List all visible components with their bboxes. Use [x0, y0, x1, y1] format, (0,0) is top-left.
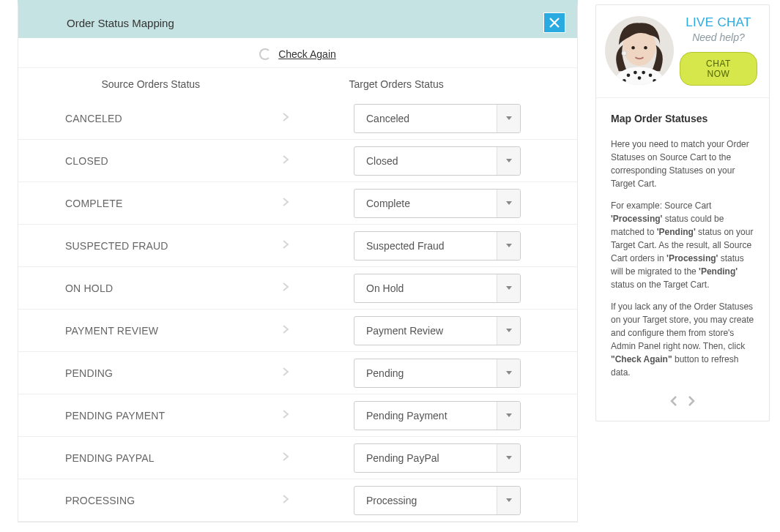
chevron-right-icon [282, 154, 289, 168]
target-column-header: Target Orders Status [298, 78, 578, 90]
chevron-right-icon [687, 395, 696, 407]
mapping-row: PENDING PAYMENTPending Payment [18, 394, 577, 437]
close-icon [548, 16, 561, 29]
target-status-cell: Processing [307, 486, 577, 515]
target-status-select[interactable]: Pending PayPal [354, 443, 521, 473]
mapping-row: SUSPECTED FRAUDSuspected Fraud [18, 225, 577, 267]
svg-point-5 [631, 46, 635, 50]
source-status-label: PENDING PAYMENT [65, 410, 165, 422]
caret-down-icon [497, 359, 520, 387]
panel-title: Order Status Mapping [67, 17, 174, 29]
source-column-header: Source Orders Status [18, 78, 298, 90]
mapping-row: COMPLETEComplete [18, 182, 577, 225]
target-status-cell: Payment Review [307, 316, 577, 345]
source-status-label: PROCESSING [65, 495, 135, 506]
target-status-select[interactable]: Payment Review [354, 316, 521, 345]
caret-down-icon [497, 105, 520, 132]
help-title: Map Order Statuses [611, 113, 754, 124]
source-status-label: CANCELED [65, 113, 122, 124]
help-nav [596, 395, 769, 421]
target-status-value: Pending PayPal [366, 452, 439, 464]
chevron-right-icon [282, 239, 289, 252]
caret-down-icon [497, 147, 520, 175]
target-status-select[interactable]: Pending Payment [354, 401, 521, 430]
target-status-select[interactable]: Closed [354, 146, 521, 176]
mapping-row: PROCESSINGProcessing [18, 479, 577, 522]
chat-now-button[interactable]: CHAT NOW [680, 52, 757, 86]
source-status-cell: SUSPECTED FRAUD [65, 239, 307, 252]
target-status-select[interactable]: Suspected Fraud [354, 231, 521, 261]
caret-down-icon [497, 274, 520, 302]
avatar [605, 16, 674, 85]
chevron-right-icon [282, 452, 289, 465]
caret-down-icon [497, 402, 520, 430]
source-status-label: PAYMENT REVIEW [65, 325, 158, 337]
source-status-label: CLOSED [65, 155, 108, 167]
chevron-right-icon [282, 409, 289, 422]
mapping-row: ON HOLDOn Hold [18, 267, 577, 310]
target-status-value: Canceled [366, 113, 409, 124]
target-status-cell: Pending [307, 359, 577, 388]
chat-header: LIVE CHAT Need help? CHAT NOW [596, 5, 769, 98]
source-status-cell: PAYMENT REVIEW [65, 324, 307, 337]
mapping-row: PENDING PAYPALPending PayPal [18, 437, 577, 479]
chevron-right-icon [282, 324, 289, 337]
help-body: Map Order Statuses Here you need to matc… [596, 98, 769, 395]
spinner-icon [259, 48, 271, 60]
target-status-cell: Pending Payment [307, 401, 577, 430]
source-status-cell: CANCELED [65, 112, 307, 125]
check-again-row: Check Again [18, 38, 577, 68]
svg-point-10 [649, 73, 653, 77]
help-paragraph-2: For example: Source Cart 'Processing' st… [611, 199, 754, 291]
chevron-right-icon [282, 282, 289, 295]
columns-header: Source Orders Status Target Orders Statu… [18, 68, 577, 97]
chevron-right-icon [282, 494, 289, 507]
source-status-label: ON HOLD [65, 282, 113, 294]
svg-point-7 [627, 73, 631, 77]
help-paragraph-1: Here you need to match your Order Status… [611, 138, 754, 190]
panel-header: Order Status Mapping [18, 7, 577, 38]
help-text-fragment: If you lack any of the Order Statuses on… [611, 301, 754, 351]
target-status-value: Complete [366, 198, 410, 209]
svg-point-11 [623, 79, 626, 83]
chevron-right-icon [282, 197, 289, 210]
target-status-value: On Hold [366, 282, 404, 294]
mapping-row: PENDINGPending [18, 352, 577, 394]
source-status-label: COMPLETE [65, 198, 123, 209]
target-status-select[interactable]: Pending [354, 359, 521, 388]
svg-point-12 [653, 79, 656, 83]
svg-point-6 [644, 46, 647, 50]
target-status-value: Closed [366, 155, 398, 167]
chevron-left-icon [669, 395, 678, 407]
help-text-bold: 'Pending' [657, 227, 696, 237]
svg-point-8 [634, 71, 637, 75]
target-status-cell: Canceled [307, 104, 577, 133]
source-status-cell: PENDING [65, 367, 307, 380]
live-chat-title: LIVE CHAT [680, 15, 757, 30]
source-status-cell: PENDING PAYPAL [65, 452, 307, 465]
target-status-value: Pending Payment [366, 410, 447, 422]
live-chat-subtitle: Need help? [680, 31, 757, 43]
help-next-button[interactable] [687, 395, 696, 411]
target-status-select[interactable]: Complete [354, 189, 521, 218]
source-status-label: PENDING [65, 367, 113, 379]
check-again-link[interactable]: Check Again [278, 48, 336, 60]
target-status-select[interactable]: Canceled [354, 104, 521, 133]
source-status-cell: PROCESSING [65, 494, 307, 507]
close-button[interactable] [543, 12, 565, 33]
help-prev-button[interactable] [669, 395, 678, 411]
caret-down-icon [497, 487, 520, 514]
mapping-row: CLOSEDClosed [18, 140, 577, 182]
target-status-cell: Pending PayPal [307, 443, 577, 473]
sidebar-card: LIVE CHAT Need help? CHAT NOW Map Order … [595, 4, 770, 422]
target-status-cell: Suspected Fraud [307, 231, 577, 261]
mapping-rows: CANCELEDCanceledCLOSEDClosedCOMPLETEComp… [18, 97, 577, 522]
target-status-select[interactable]: On Hold [354, 274, 521, 303]
help-text-fragment: status on the Target Cart. [611, 280, 710, 290]
help-text-bold: 'Pending' [699, 266, 738, 277]
caret-down-icon [497, 232, 520, 260]
target-status-select[interactable]: Processing [354, 486, 521, 515]
mapping-row: PAYMENT REVIEWPayment Review [18, 310, 577, 352]
help-text-bold: 'Processing' [666, 253, 718, 263]
caret-down-icon [497, 444, 520, 472]
